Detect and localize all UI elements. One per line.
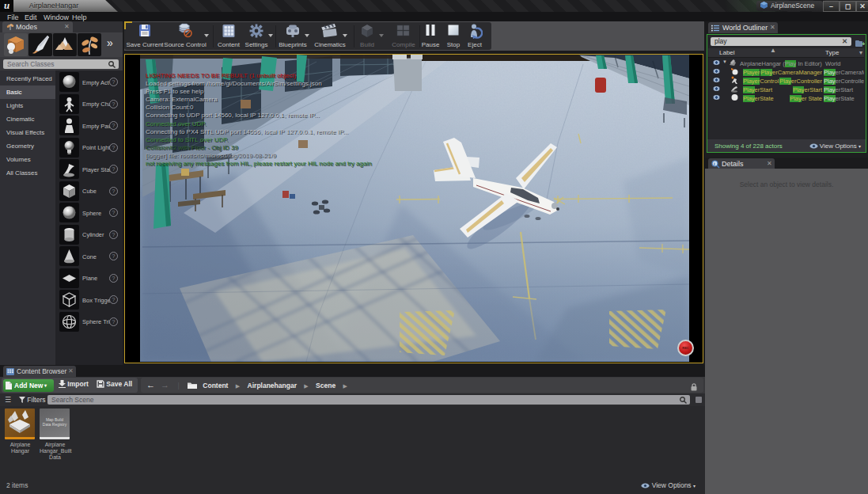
svg-text:+: + bbox=[862, 40, 865, 48]
